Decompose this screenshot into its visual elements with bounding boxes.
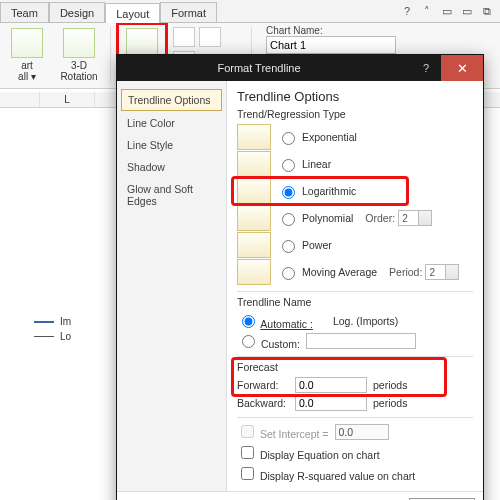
name-auto-label: Automatic : (260, 318, 313, 330)
rotation-3d-icon (63, 28, 95, 58)
power-label: Power (302, 239, 332, 251)
checkbox-set-intercept[interactable]: Set Intercept = (237, 422, 329, 441)
tab-layout[interactable]: Layout (105, 3, 160, 23)
polynomial-label: Polynomial (302, 212, 353, 224)
linear-icon (237, 151, 271, 177)
ribbon-tabs: Team Design Layout Format ? ˄ ▭ ▭ ⧉ (0, 0, 500, 23)
sidenav-line-color[interactable]: Line Color (121, 113, 222, 133)
dialog-footer: Close (117, 491, 483, 500)
radio-logarithmic[interactable]: Logarithmic (277, 183, 356, 199)
content-heading: Trendline Options (237, 89, 473, 104)
radio-moving-average[interactable]: Moving Average (277, 264, 377, 280)
tab-format[interactable]: Format (160, 2, 217, 22)
ribbon-3d-rotation-label: 3-DRotation (60, 60, 97, 82)
logarithmic-icon (237, 178, 271, 204)
exponential-icon (237, 124, 271, 150)
ribbon-3d-rotation-button[interactable]: 3-DRotation (56, 25, 102, 85)
backward-units: periods (373, 397, 407, 409)
help-icon[interactable]: ? (400, 4, 414, 18)
sidenav-line-style[interactable]: Line Style (121, 135, 222, 155)
caret-up-icon[interactable]: ˄ (420, 4, 434, 18)
tab-team[interactable]: Team (0, 2, 49, 22)
window-restore-icon[interactable]: ▭ (440, 4, 454, 18)
window-maximize-icon[interactable]: ⧉ (480, 4, 494, 18)
window-restore2-icon[interactable]: ▭ (460, 4, 474, 18)
radio-exponential[interactable]: Exponential (277, 129, 357, 145)
radio-linear[interactable]: Linear (277, 156, 331, 172)
legend-label-imports: Im (60, 316, 71, 327)
radio-power[interactable]: Power (277, 237, 332, 253)
checkbox-display-equation[interactable]: Display Equation on chart (237, 443, 380, 462)
sidenav-trendline-options[interactable]: Trendline Options (121, 89, 222, 111)
chart-name-group: Chart Name: (266, 25, 396, 54)
separator (237, 356, 473, 357)
format-trendline-dialog: Format Trendline ? ✕ Trendline Options L… (116, 54, 484, 500)
chart-wall-icon (11, 28, 43, 58)
dialog-titlebar[interactable]: Format Trendline ? ✕ (117, 55, 483, 81)
dialog-help-icon[interactable]: ? (411, 62, 441, 74)
radio-name-automatic[interactable]: Automatic : (237, 312, 313, 330)
backward-label: Backward: (237, 397, 289, 409)
order-spinner[interactable]: 2 (398, 210, 432, 226)
sidenav-glow[interactable]: Glow and Soft Edges (121, 179, 222, 211)
polynomial-icon (237, 205, 271, 231)
forward-label: Forward: (237, 379, 289, 391)
display-equation-label: Display Equation on chart (260, 449, 380, 461)
radio-name-custom[interactable]: Custom: (237, 332, 300, 350)
set-intercept-label: Set Intercept = (260, 428, 329, 440)
chart-legend: Im Lo (34, 312, 71, 346)
legend-swatch-imports (34, 321, 54, 323)
period-spinner[interactable]: 2 (425, 264, 459, 280)
set-intercept-input (335, 424, 389, 440)
name-custom-label: Custom: (261, 338, 300, 350)
updown-bars-icon[interactable] (199, 27, 221, 47)
dialog-close-button[interactable]: ✕ (441, 55, 483, 81)
col-header-l[interactable]: L (40, 92, 95, 107)
order-label: Order: (365, 212, 395, 224)
dialog-sidenav: Trendline Options Line Color Line Style … (117, 81, 227, 491)
logarithmic-label: Logarithmic (302, 185, 356, 197)
separator (237, 417, 473, 418)
radio-polynomial[interactable]: Polynomial (277, 210, 353, 226)
dialog-title: Format Trendline (127, 62, 411, 74)
forward-input[interactable] (295, 377, 367, 393)
backward-input[interactable] (295, 395, 367, 411)
dialog-content: Trendline Options Trend/Regression Type … (227, 81, 483, 491)
col-header-blank (0, 92, 40, 107)
forward-units: periods (373, 379, 407, 391)
tab-design[interactable]: Design (49, 2, 105, 22)
exponential-label: Exponential (302, 131, 357, 143)
linear-label: Linear (302, 158, 331, 170)
chart-name-input[interactable] (266, 36, 396, 54)
separator (237, 291, 473, 292)
power-icon (237, 232, 271, 258)
name-custom-input[interactable] (306, 333, 416, 349)
name-auto-value: Log. (Imports) (333, 315, 398, 327)
ribbon-chartwall-label: artall ▾ (18, 60, 36, 82)
legend-swatch-log (34, 336, 54, 337)
lines-icon[interactable] (173, 27, 195, 47)
legend-label-log: Lo (60, 331, 71, 342)
group-trendline-name: Trendline Name (237, 296, 473, 308)
moving-average-icon (237, 259, 271, 285)
group-regression-type: Trend/Regression Type (237, 108, 473, 120)
window-controls: ? ˄ ▭ ▭ ⧉ (400, 0, 500, 22)
sidenav-shadow[interactable]: Shadow (121, 157, 222, 177)
ribbon-separator (110, 27, 111, 83)
moving-average-label: Moving Average (302, 266, 377, 278)
checkbox-display-r2[interactable]: Display R-squared value on chart (237, 464, 415, 483)
chart-name-caption: Chart Name: (266, 25, 396, 36)
group-forecast: Forecast (237, 361, 473, 373)
display-r2-label: Display R-squared value on chart (260, 470, 415, 482)
period-label: Period: (389, 266, 422, 278)
ribbon-chartwall-button[interactable]: artall ▾ (4, 25, 50, 85)
